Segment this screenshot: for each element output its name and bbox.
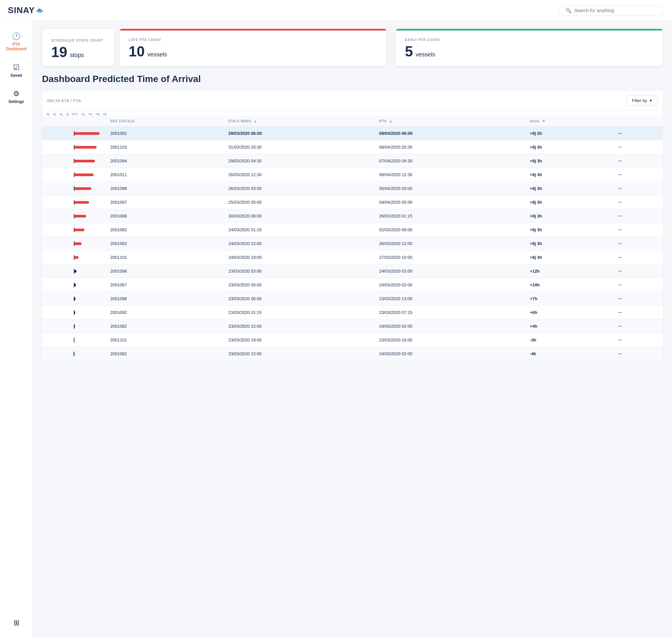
cell-eta: 31/03/2020 20:30	[225, 140, 375, 154]
row-nav-arrow[interactable]: →	[617, 281, 622, 288]
row-nav-arrow[interactable]: →	[617, 226, 622, 233]
bar-cell	[42, 320, 106, 333]
data-table: REF ESCALE ETA S-WING ▲ PTA ▲ Delta ▼ 20…	[42, 116, 663, 361]
table-row: 200109826/03/2020 03:0005/04/2020 03:00+…	[42, 182, 663, 196]
bar-cell	[42, 333, 106, 347]
cell-ref: 2001103	[106, 140, 225, 154]
scale-plus8j: +8j	[102, 112, 107, 116]
sidebar-item-pta-dashboard[interactable]: 🕐 PTADashboard	[2, 29, 31, 55]
cell-ref: 2001092	[106, 306, 225, 320]
col-pta[interactable]: PTA ▲	[375, 116, 526, 127]
bar-cell	[42, 127, 106, 140]
table-row: 200109223/03/2020 01:1523/03/2020 07:15+…	[42, 306, 663, 320]
cell-eta: 26/03/2020 12:30	[225, 168, 375, 182]
bar-cell	[42, 196, 106, 209]
scale-plus6j: +6j	[95, 112, 100, 116]
scale-minus8j: -8j	[46, 112, 50, 116]
row-nav-arrow[interactable]: →	[617, 323, 622, 329]
bar-cell	[42, 251, 106, 265]
bar-fill	[74, 160, 95, 162]
cell-eta: 23/03/2020 22:00	[225, 320, 375, 333]
sidebar-item-settings[interactable]: ⚙ Settings	[2, 86, 31, 107]
bar-fill	[73, 339, 74, 342]
table-row: 200109224/03/2020 01:1502/03/2020 06:00+…	[42, 223, 663, 237]
cell-ref: 2001011	[106, 168, 225, 182]
cell-action: →	[613, 333, 663, 347]
cell-eta: 23/03/2020 19:00	[225, 333, 375, 347]
row-nav-arrow[interactable]: →	[617, 213, 622, 219]
bar-fill	[74, 215, 86, 217]
cell-ref: 2001098	[106, 182, 225, 196]
row-nav-arrow[interactable]: →	[617, 240, 622, 247]
filter-button[interactable]: Filter by ▾	[626, 95, 658, 106]
cell-pta: 23/03/2020 13:00	[375, 292, 526, 306]
scale-minus2j: -2j	[65, 112, 69, 116]
row-nav-arrow[interactable]: →	[617, 185, 622, 192]
bar-fill	[74, 146, 96, 149]
row-nav-arrow[interactable]: →	[617, 268, 622, 274]
row-nav-arrow[interactable]: →	[617, 295, 622, 302]
col-eta[interactable]: ETA S-WING ▲	[225, 116, 375, 127]
cell-delta: +6h	[526, 306, 613, 320]
bar-scale-labels: -8j -6j -4j -2j ETA +2j +4j +6j +8j	[46, 112, 107, 116]
cell-delta: -4h	[526, 347, 613, 361]
table-row: 200110123/03/2020 19:0023/03/2020 16:00-…	[42, 333, 663, 347]
cell-action: →	[613, 265, 663, 278]
late-label: LATE PTA COUNT	[129, 38, 377, 42]
cell-action: →	[613, 278, 663, 292]
bar-cell	[42, 292, 106, 306]
cell-eta: 23/03/2020 01:15	[225, 306, 375, 320]
cell-eta: 29/03/2020 06:00	[225, 127, 375, 140]
logo: SINAY 🐟	[8, 5, 43, 15]
col-action	[613, 116, 663, 127]
cell-pta: 07/04/2020 04:30	[375, 154, 526, 168]
scale-minus6j: -6j	[53, 112, 56, 116]
stat-card-late: LATE PTA COUNT 10 vessels	[120, 29, 387, 66]
cell-delta: +10h	[526, 278, 613, 292]
search-bar[interactable]: 🔍	[559, 5, 664, 16]
cell-pta: 24/03/2020 02:00	[375, 347, 526, 361]
row-nav-arrow[interactable]: →	[617, 350, 622, 357]
early-top-bar	[396, 29, 663, 31]
cell-pta: 24/03/2020 03:00	[375, 265, 526, 278]
scale-minus4j: -4j	[59, 112, 63, 116]
bar-cell	[42, 223, 106, 237]
row-nav-arrow[interactable]: →	[617, 171, 622, 178]
bar-fill	[74, 229, 84, 231]
row-nav-arrow[interactable]: →	[617, 144, 622, 150]
cell-action: →	[613, 292, 663, 306]
row-nav-arrow[interactable]: →	[617, 130, 622, 136]
table-row: 200101126/03/2020 12:3006/04/2020 12:30+…	[42, 168, 663, 182]
cell-pta: 05/04/2020 03:00	[375, 182, 526, 196]
table-row: 200108224/03/2020 22:0026/03/2020 12:00+…	[42, 237, 663, 251]
bar-cell	[42, 347, 106, 361]
row-nav-arrow[interactable]: →	[617, 309, 622, 315]
col-delta[interactable]: Delta ▼	[526, 116, 613, 127]
cell-delta: +8j 3h	[526, 168, 613, 182]
table-row: 200110331/03/2020 20:3008/04/2020 20:30+…	[42, 140, 663, 154]
col-ref[interactable]: REF ESCALE	[106, 116, 225, 127]
cell-action: →	[613, 237, 663, 251]
row-nav-arrow[interactable]: →	[617, 158, 622, 164]
row-nav-arrow[interactable]: →	[617, 199, 622, 205]
cell-delta: +8j 3h	[526, 209, 613, 223]
sidebar-item-saved[interactable]: ☑ Saved	[2, 60, 31, 81]
gear-icon: ⚙	[13, 90, 20, 98]
scale-plus4j: +4j	[88, 112, 92, 116]
row-nav-arrow[interactable]: →	[617, 254, 622, 260]
cell-eta: 23/03/2020 05:00	[225, 278, 375, 292]
cell-pta: 08/04/2020 20:30	[375, 140, 526, 154]
cell-action: →	[613, 320, 663, 333]
cell-action: →	[613, 140, 663, 154]
cell-delta: +7h	[526, 292, 613, 306]
row-nav-arrow[interactable]: →	[617, 336, 622, 343]
early-label: EARLY PTA COUNT	[405, 38, 654, 42]
app-layout: 🕐 PTADashboard ☑ Saved ⚙ Settings ⊞ SCHE…	[0, 21, 672, 637]
search-input[interactable]	[574, 8, 658, 13]
sidebar-item-apps[interactable]: ⊞	[2, 615, 31, 631]
cell-action: →	[613, 182, 663, 196]
table-header-row: REF ESCALE ETA S-WING ▲ PTA ▲ Delta ▼	[42, 116, 663, 127]
search-icon: 🔍	[565, 7, 571, 14]
table-toolbar: DELTA ETA / PTA Filter by ▾	[42, 91, 663, 111]
cell-delta: +8j 3h	[526, 154, 613, 168]
